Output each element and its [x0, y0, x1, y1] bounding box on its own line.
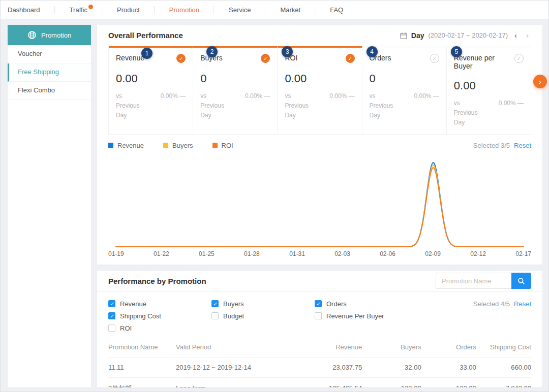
promotion-table: Promotion NameValid PeriodRevenueBuyersO…	[108, 337, 531, 387]
nav-item-label: Traffic	[70, 6, 87, 14]
sidebar-item[interactable]: Flexi Combo	[8, 82, 91, 100]
legend-swatch-icon	[163, 143, 168, 148]
metric-checkbox[interactable]: Orders	[315, 300, 457, 308]
metric-card[interactable]: 4 Orders 0 vs Previous Day 0.00% —	[362, 46, 447, 134]
step-number-badge: 4	[367, 46, 378, 57]
legend-label: Revenue	[117, 142, 144, 149]
table-column-header: Shipping Cost	[476, 337, 531, 357]
promotion-search-input[interactable]	[436, 273, 512, 289]
nav-item[interactable]: Market	[265, 1, 315, 19]
x-axis-tick: 02-17	[515, 250, 531, 257]
metrics-carousel-next-button[interactable]: ›	[533, 75, 547, 88]
metric-label: Revenue per Buyer	[454, 54, 514, 70]
period-range-label[interactable]: (2020-02-17 ~ 2020-02-17)	[429, 31, 508, 39]
compare-label: vs Previous Day	[200, 91, 232, 121]
metric-label: Revenue	[116, 54, 144, 62]
cell-orders: 33.00	[421, 357, 476, 377]
nav-item-label: Dashboard	[8, 6, 40, 14]
checkbox-label: Budget	[223, 312, 244, 320]
cell-shipping-cost: 660.00	[476, 357, 531, 377]
compare-label: vs Previous Day	[370, 91, 401, 121]
cell-promotion-name: 11.11	[108, 357, 176, 377]
checkbox-label: Orders	[326, 300, 347, 308]
main-content: Overall Performance Day (2020-02-17 ~ 20…	[97, 25, 542, 387]
metric-check-icon[interactable]	[514, 54, 524, 63]
prev-period-button[interactable]: ‹	[512, 31, 520, 40]
nav-item-label: Promotion	[169, 6, 199, 14]
checkbox-label: ROI	[120, 324, 132, 332]
nav-item[interactable]: Promotion	[155, 1, 214, 19]
sidebar-item[interactable]: Free Shipping	[8, 63, 91, 82]
legend-item[interactable]: Buyers	[163, 142, 193, 149]
metric-checkbox[interactable]: Buyers	[211, 300, 315, 308]
table-row[interactable]: 3件包邮 Long term 125,465.54 123.00 132.00 …	[108, 377, 531, 387]
metric-value: 0	[200, 72, 270, 85]
legend-item[interactable]: Revenue	[108, 142, 144, 149]
metric-check-icon[interactable]	[430, 54, 439, 63]
metric-checkbox[interactable]: Budget	[211, 312, 315, 320]
sidebar-menu: Voucher Free Shipping Flexi Combo	[8, 45, 91, 100]
search-button[interactable]	[511, 273, 531, 289]
checkbox-label: Shipping Cost	[120, 312, 161, 320]
metric-card[interactable]: 1 Revenue 0.00 vs Previous Day 0.00% —	[109, 46, 193, 134]
legend-swatch-icon	[108, 143, 113, 148]
metric-card[interactable]: 5 Revenue per Buyer 0.00 vs Previous Day…	[447, 46, 531, 134]
table-column-header: Orders	[421, 337, 476, 357]
nav-item-label: Market	[280, 6, 300, 14]
cell-valid-period: 2019-12-12 ~ 2019-12-14	[176, 357, 294, 377]
nav-item-label: Service	[229, 6, 251, 14]
table-column-header: Valid Period	[176, 337, 294, 357]
compare-value: 0.00% —	[499, 99, 524, 128]
table-row[interactable]: 11.11 2019-12-12 ~ 2019-12-14 23,037.75 …	[108, 357, 531, 377]
metric-checkbox[interactable]: Revenue	[108, 300, 211, 308]
metric-value: 0.00	[285, 72, 354, 85]
nav-item[interactable]: Service	[214, 1, 265, 19]
nav-item[interactable]: Dashboard	[8, 1, 55, 19]
line-chart: 01-1901-2201-2501-2801-3102-0302-0602-09…	[97, 152, 542, 265]
cell-buyers: 123.00	[362, 377, 421, 387]
checkbox-icon	[315, 300, 322, 307]
metric-checkbox[interactable]: Revenue Per Buyer	[315, 312, 457, 320]
cell-revenue: 23,037.75	[294, 357, 362, 377]
table-column-header: Buyers	[362, 337, 421, 357]
performance-by-promotion-card: Performance by Promotion	[97, 271, 542, 387]
period-mode-label[interactable]: Day	[411, 31, 424, 40]
sidebar-item[interactable]: Voucher	[8, 45, 91, 63]
nav-item[interactable]: FAQ	[315, 1, 358, 19]
cell-valid-period: Long term	[176, 377, 294, 387]
legend-row: Revenue Buyers ROI Selected 3/5 Reset	[97, 135, 542, 152]
metric-check-icon[interactable]	[346, 54, 355, 63]
checkbox-icon	[315, 312, 322, 319]
metric-check-icon[interactable]	[261, 54, 270, 63]
reset-link[interactable]: Reset	[514, 142, 531, 149]
checkbox-icon	[211, 300, 219, 307]
search-icon	[517, 277, 525, 285]
reset-link[interactable]: Reset	[514, 300, 531, 308]
sidebar-item-label: Free Shipping	[18, 68, 59, 76]
overall-title: Overall Performance	[108, 31, 183, 40]
cell-shipping-cost: 7,842.00	[476, 377, 531, 387]
page: Dashboard Traffic Product Promotion Serv…	[0, 0, 549, 392]
checkbox-label: Revenue Per Buyer	[326, 312, 384, 320]
period-picker: Day (2020-02-17 ~ 2020-02-17) ‹ ›	[400, 31, 531, 40]
next-period-button[interactable]: ›	[524, 31, 531, 40]
metric-checkbox[interactable]: ROI	[108, 324, 211, 332]
line-chart-svg	[108, 153, 531, 249]
legend-swatch-icon	[212, 143, 218, 148]
metric-card[interactable]: 3 ROI 0.00 vs Previous Day 0.00% —	[278, 46, 362, 134]
sidebar-item-label: Voucher	[18, 50, 42, 57]
legend-label: Buyers	[172, 142, 193, 149]
x-axis-tick: 01-28	[244, 250, 260, 257]
legend-item[interactable]: ROI	[212, 142, 233, 149]
nav-item[interactable]: Traffic	[55, 1, 102, 19]
sidebar-item-label: Flexi Combo	[18, 86, 55, 94]
metric-value: 0	[370, 72, 439, 85]
metric-check-icon[interactable]	[176, 54, 186, 63]
metric-card[interactable]: 2 Buyers 0 vs Previous Day 0.00% —	[193, 46, 278, 134]
calendar-icon[interactable]	[400, 32, 407, 39]
nav-item[interactable]: Product	[102, 1, 155, 19]
metric-checkbox[interactable]: Shipping Cost	[108, 312, 211, 320]
compare-label: vs Previous Day	[285, 91, 316, 121]
selected-count: Selected 3/5	[473, 142, 510, 149]
metric-filters: Revenue Buyers Orders Shipping Cost	[97, 292, 542, 333]
